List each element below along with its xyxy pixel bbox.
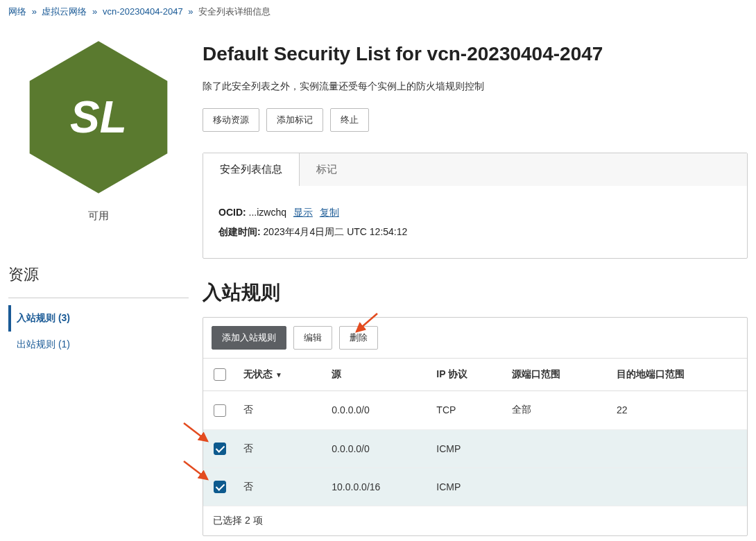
select-all-checkbox[interactable] <box>214 368 226 381</box>
cell-dstport <box>610 467 747 506</box>
action-buttons: 移动资源 添加标记 终止 <box>203 108 748 132</box>
rules-table: 无状态▼ 源 IP 协议 源端口范围 目的地端口范围 否0.0.0.0/0TCP… <box>203 358 747 506</box>
cell-protocol: ICMP <box>429 467 505 506</box>
status-label: 可用 <box>8 209 189 223</box>
breadcrumb-sep: » <box>92 6 97 17</box>
breadcrumb-sep: » <box>188 6 193 17</box>
cell-protocol: TCP <box>429 391 505 429</box>
add-tag-button[interactable]: 添加标记 <box>266 108 323 132</box>
sidebar-item-ingress[interactable]: 入站规则 (3) <box>8 305 189 332</box>
table-row[interactable]: 否0.0.0.0/0ICMP <box>203 429 747 467</box>
selection-info: 已选择 2 项 <box>203 506 747 535</box>
cell-source: 0.0.0.0/0 <box>325 429 429 467</box>
breadcrumb-sep: » <box>32 6 37 17</box>
ingress-title: 入站规则 <box>203 280 748 306</box>
cell-dstport <box>610 429 747 467</box>
resources-heading: 资源 <box>8 264 189 298</box>
ocid-value: ...izwchq <box>249 207 286 218</box>
cell-stateless: 否 <box>237 391 325 429</box>
col-stateless[interactable]: 无状态▼ <box>237 359 325 391</box>
sidebar-item-egress[interactable]: 出站规则 (1) <box>8 332 189 358</box>
cell-source: 0.0.0.0/0 <box>325 391 429 429</box>
page-description: 除了此安全列表之外，实例流量还受每个实例上的防火墙规则控制 <box>203 80 748 93</box>
col-source[interactable]: 源 <box>325 359 429 391</box>
col-src-port[interactable]: 源端口范围 <box>505 359 610 391</box>
row-checkbox[interactable] <box>214 481 226 493</box>
breadcrumb-link-network[interactable]: 网络 <box>8 6 26 17</box>
breadcrumb-link-vcn[interactable]: 虚拟云网络 <box>42 6 87 17</box>
add-ingress-rule-button[interactable]: 添加入站规则 <box>212 326 286 350</box>
breadcrumb-link-vcnid[interactable]: vcn-20230404-2047 <box>103 6 183 17</box>
breadcrumb: 网络 » 虚拟云网络 » vcn-20230404-2047 » 安全列表详细信… <box>0 0 756 24</box>
delete-rule-button[interactable]: 删除 <box>339 326 378 350</box>
tab-header: 安全列表信息 标记 <box>203 153 747 186</box>
ocid-show-link[interactable]: 显示 <box>293 207 313 218</box>
page-title: Default Security List for vcn-20230404-2… <box>203 43 748 65</box>
col-protocol[interactable]: IP 协议 <box>429 359 505 391</box>
cell-stateless: 否 <box>237 429 325 467</box>
cell-dstport: 22 <box>610 391 747 429</box>
edit-rule-button[interactable]: 编辑 <box>293 326 332 350</box>
badge-text: SL <box>70 92 127 143</box>
created-value: 2023年4月4日周二 UTC 12:54:12 <box>264 226 408 237</box>
breadcrumb-current: 安全列表详细信息 <box>198 6 270 17</box>
cell-protocol: ICMP <box>429 429 505 467</box>
cell-srcport <box>505 467 610 506</box>
tab-body: OCID: ...izwchq 显示 复制 创建时间: 2023年4月4日周二 … <box>203 186 747 258</box>
col-dst-port[interactable]: 目的地端口范围 <box>610 359 747 391</box>
table-row[interactable]: 否10.0.0.0/16ICMP <box>203 467 747 506</box>
cell-srcport <box>505 429 610 467</box>
row-checkbox[interactable] <box>214 404 226 417</box>
table-row[interactable]: 否0.0.0.0/0TCP全部22 <box>203 391 747 429</box>
terminate-button[interactable]: 终止 <box>330 108 369 132</box>
cell-stateless: 否 <box>237 467 325 506</box>
ocid-label: OCID: <box>218 207 246 218</box>
tab-security-info[interactable]: 安全列表信息 <box>203 153 300 186</box>
cell-source: 10.0.0.0/16 <box>325 467 429 506</box>
move-resource-button[interactable]: 移动资源 <box>203 108 259 132</box>
rules-panel: 添加入站规则 编辑 删除 无状态▼ 源 IP 协议 源 <box>203 317 748 536</box>
row-checkbox[interactable] <box>214 443 226 455</box>
created-label: 创建时间: <box>218 226 261 237</box>
resource-badge: SL <box>26 37 171 197</box>
cell-srcport: 全部 <box>505 391 610 429</box>
ocid-copy-link[interactable]: 复制 <box>320 207 339 218</box>
caret-down-icon: ▼ <box>275 371 282 379</box>
tab-tags[interactable]: 标记 <box>300 153 354 186</box>
